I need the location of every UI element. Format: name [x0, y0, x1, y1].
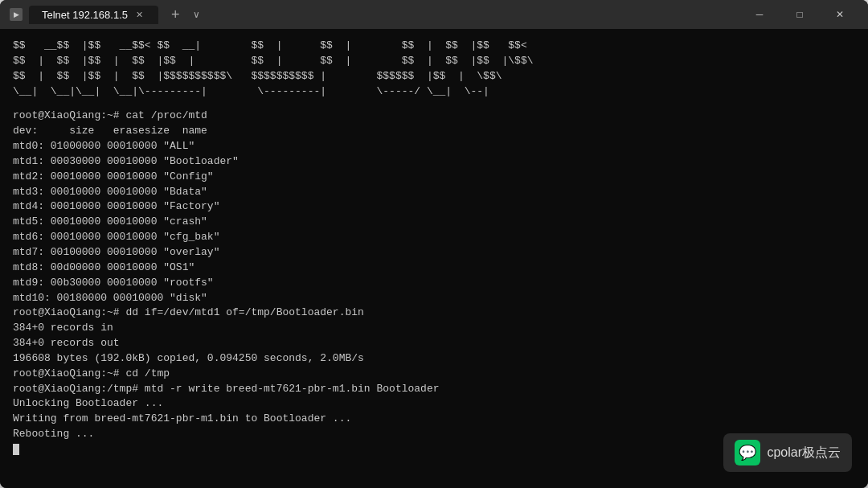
terminal-output: root@XiaoQiang:~# cat /proc/mtddev: size… — [13, 109, 855, 442]
terminal-line: mtd10: 00180000 00010000 "disk" — [13, 291, 855, 306]
terminal-window: ▶ Telnet 192.168.1.5 ✕ + ∨ ─ □ ✕ $$ __$$… — [0, 0, 868, 488]
minimize-button[interactable]: ─ — [741, 2, 778, 27]
maximize-button[interactable]: □ — [781, 2, 818, 27]
watermark: 💬 cpolar极点云 — [723, 433, 852, 472]
terminal-line: Writing from breed-mt7621-pbr-m1.bin to … — [13, 412, 855, 427]
cursor — [13, 444, 19, 455]
wechat-icon: 💬 — [735, 440, 760, 465]
terminal-line: root@XiaoQiang:~# cd /tmp — [13, 367, 855, 382]
terminal-line: mtd2: 00010000 00010000 "Config" — [13, 170, 855, 185]
ascii-art-banner: $$ __$$ |$$ __$$< $$ __| $$ | $$ | $$ | … — [13, 39, 855, 99]
terminal-line: 384+0 records in — [13, 321, 855, 336]
tab-title: Telnet 192.168.1.5 — [42, 9, 128, 21]
window-controls: ─ □ ✕ — [741, 2, 858, 27]
terminal-content[interactable]: $$ __$$ |$$ __$$< $$ __| $$ | $$ | $$ | … — [0, 29, 868, 488]
window-icon: ▶ — [10, 8, 23, 21]
watermark-text: cpolar极点云 — [767, 445, 841, 461]
terminal-line: mtd7: 00100000 00010000 "overlay" — [13, 245, 855, 260]
terminal-line: dev: size erasesize name — [13, 124, 855, 139]
tab-dropdown-button[interactable]: ∨ — [193, 9, 200, 20]
tab-close-button[interactable]: ✕ — [134, 9, 145, 20]
add-tab-button[interactable]: + — [165, 6, 186, 23]
terminal-line: mtd6: 00010000 00010000 "cfg_bak" — [13, 230, 855, 245]
terminal-line: root@XiaoQiang:~# dd if=/dev/mtd1 of=/tm… — [13, 306, 855, 321]
terminal-line: mtd0: 01000000 00010000 "ALL" — [13, 139, 855, 154]
title-bar: ▶ Telnet 192.168.1.5 ✕ + ∨ ─ □ ✕ — [0, 0, 868, 29]
terminal-line: mtd3: 00010000 00010000 "Bdata" — [13, 185, 855, 200]
close-button[interactable]: ✕ — [821, 2, 858, 27]
terminal-line: mtd4: 00010000 00010000 "Factory" — [13, 199, 855, 215]
terminal-line: mtd8: 00d00000 00010000 "OS1" — [13, 260, 855, 276]
terminal-line: mtd9: 00b30000 00010000 "rootfs" — [13, 276, 855, 291]
terminal-line: mtd5: 00010000 00010000 "crash" — [13, 215, 855, 230]
terminal-line: 196608 bytes (192.0kB) copied, 0.094250 … — [13, 351, 855, 367]
terminal-line: root@XiaoQiang:~# cat /proc/mtd — [13, 109, 855, 124]
terminal-line: mtd1: 00030000 00010000 "Bootloader" — [13, 154, 855, 170]
title-bar-left: ▶ Telnet 192.168.1.5 ✕ + ∨ — [10, 6, 741, 24]
terminal-line: 384+0 records out — [13, 336, 855, 351]
active-tab[interactable]: Telnet 192.168.1.5 ✕ — [29, 6, 158, 24]
terminal-line: root@XiaoQiang:/tmp# mtd -r write breed-… — [13, 382, 855, 397]
terminal-line: Unlocking Bootloader ... — [13, 396, 855, 412]
